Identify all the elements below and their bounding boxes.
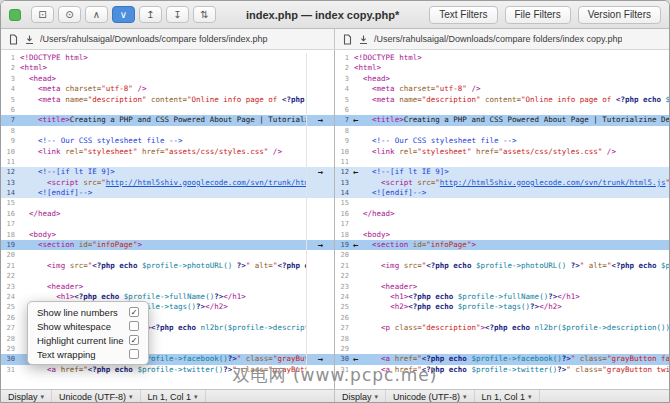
code-line-25[interactable]: 25 <h2><?php echo $profile->tags()?></h2… [335,302,669,312]
line-number: 15 [1,198,18,208]
code-line-20[interactable]: 20 [1,250,334,260]
first-change-button[interactable]: ↥ [139,6,162,23]
code-line-26[interactable]: 26 [335,313,669,323]
code-line-5[interactable]: 5 <meta name="description" content="Onli… [1,95,334,105]
line-number: 26 [1,313,18,323]
menu-item-label: Show whitespace [37,321,111,332]
copy-to-left-arrow[interactable]: ← [353,167,358,177]
code-line-4[interactable]: 4 <meta charset="utf-8" /> [335,84,669,94]
line-number: 10 [335,147,352,157]
code-line-9[interactable]: 9 <!-- Our CSS stylesheet file --> [1,136,334,146]
document-icon[interactable] [8,34,19,45]
code-line-19[interactable]: 19← <section id="infoPage"> [335,240,669,250]
code-line-23[interactable]: 23 <header> [1,282,334,292]
cursor-position-button[interactable]: Ln 1, Col 1▾ [141,390,206,403]
code-line-29[interactable]: 29 [335,344,669,354]
copy-to-right-arrow[interactable]: → [306,115,334,125]
right-code-pane[interactable]: 1<!DOCTYPE html>2<html>3 <head>4 <meta c… [335,50,669,389]
code-line-2[interactable]: 2<html> [335,63,669,73]
code-line-19[interactable]: 19 <section id="infoPage">→ [1,240,334,250]
file-filters-button[interactable]: File Filters [505,6,571,24]
chevron-down-icon: ▾ [375,393,379,401]
code-line-17[interactable]: 17 [335,219,669,229]
last-change-button[interactable]: ↧ [166,6,189,23]
menu-item-show-line-numbers[interactable]: Show line numbers✓ [28,305,148,319]
checkbox-unchecked[interactable] [129,349,139,359]
code-line-2[interactable]: 2<html> [1,63,334,73]
code-line-20[interactable]: 20 [335,250,669,260]
line-number: 5 [1,95,18,105]
code-line-1[interactable]: 1<!DOCTYPE html> [1,53,334,63]
copy-to-right-arrow[interactable]: → [306,240,334,250]
code-line-7[interactable]: 7← <title>Creating a PHP and CSS Powered… [335,115,669,125]
code-line-13[interactable]: 13 <script src="http://html5shiv.googlec… [1,178,334,188]
code-line-23[interactable]: 23 <header> [335,282,669,292]
version-filters-button[interactable]: Version Filters [578,6,661,24]
code-line-8[interactable]: 8 [1,126,334,136]
code-line-8[interactable]: 8 [335,126,669,136]
display-menu-button[interactable]: Display▾ [335,390,386,403]
code-line-22[interactable]: 22 [1,271,334,281]
history-button[interactable]: ⊙ [58,6,81,23]
code-line-14[interactable]: 14 <![endif]--> [1,188,334,198]
copy-to-left-arrow[interactable]: ← [353,240,358,250]
code-line-3[interactable]: 3 <head> [335,74,669,84]
code-line-22[interactable]: 22 [335,271,669,281]
code-line-17[interactable]: 17 [1,219,334,229]
menu-item-show-whitespace[interactable]: Show whitespace [28,319,148,333]
code-line-6[interactable]: 6 [1,105,334,115]
menu-item-text-wrapping[interactable]: Text wrapping [28,347,148,361]
code-text: <![endif]--> [352,188,669,198]
code-line-10[interactable]: 10 <link rel="stylesheet" href="assets/c… [1,147,334,157]
code-line-9[interactable]: 9 <!-- Our CSS stylesheet file --> [335,136,669,146]
code-line-21[interactable]: 21 <img src="<?php echo $profile->photoU… [335,261,669,271]
prev-change-button[interactable]: ∧ [85,6,108,23]
encoding-button[interactable]: Unicode (UTF-8)▾ [52,390,141,403]
text-filters-button[interactable]: Text Filters [429,6,497,24]
download-icon[interactable] [358,34,369,45]
code-line-7[interactable]: 7 <title>Creating a PHP and CSS Powered … [1,115,334,125]
code-line-10[interactable]: 10 <link rel="stylesheet" href="assets/c… [335,147,669,157]
copy-to-left-arrow[interactable]: ← [353,115,358,125]
green-window-button[interactable] [9,9,21,21]
code-line-4[interactable]: 4 <meta charset="utf-8" /> [1,84,334,94]
encoding-button[interactable]: Unicode (UTF-8)▾ [386,390,475,403]
code-line-13[interactable]: 13 <script src="http://html5shiv.googlec… [335,178,669,188]
cursor-position-button[interactable]: Ln 1, Col 1▾ [475,390,540,403]
code-line-28[interactable]: 28 [335,334,669,344]
code-line-6[interactable]: 6 [335,105,669,115]
menu-item-highlight-current-line[interactable]: Highlight current line✓ [28,333,148,347]
download-icon[interactable] [24,34,35,45]
code-line-18[interactable]: 18 <body> [335,230,669,240]
next-change-button[interactable]: ∨ [112,6,135,23]
swap-panes-button[interactable]: ⇅ [193,6,216,23]
code-line-3[interactable]: 3 <head> [1,74,334,84]
code-line-16[interactable]: 16 </head> [1,209,334,219]
code-line-15[interactable]: 15 [1,198,334,208]
display-options-menu: Show line numbers✓Show whitespaceHighlig… [27,301,149,365]
code-line-15[interactable]: 15 [335,198,669,208]
checkbox-checked[interactable]: ✓ [129,335,139,345]
display-menu-button[interactable]: Display▾ [1,390,52,403]
checkbox-checked[interactable]: ✓ [129,307,139,317]
code-line-11[interactable]: 11 [1,157,334,167]
code-line-1[interactable]: 1<!DOCTYPE html> [335,53,669,63]
document-icon[interactable] [342,34,353,45]
copy-to-right-arrow[interactable]: → [306,167,334,177]
code-line-24[interactable]: 24 <h1><?php echo $profile->fullName()?>… [335,292,669,302]
change-strip [306,126,334,136]
code-line-21[interactable]: 21 <img src="<?php echo $profile->photoU… [1,261,334,271]
code-line-18[interactable]: 18 <body> [1,230,334,240]
checkbox-unchecked[interactable] [129,321,139,331]
code-line-12[interactable]: 12 <!--[if lt IE 9]>→ [1,167,334,177]
code-line-27[interactable]: 27 <p class="description"><?php echo nl2… [335,323,669,333]
code-line-12[interactable]: 12← <!--[if lt IE 9]> [335,167,669,177]
code-line-14[interactable]: 14 <![endif]--> [335,188,669,198]
code-text: <script src="http://html5shiv.googlecode… [352,178,669,188]
code-line-5[interactable]: 5 <meta name="description" content="Onli… [335,95,669,105]
swap-panes-icon: ⇅ [200,9,208,20]
view-mode-button[interactable]: ⊡ [31,6,54,23]
line-number: 4 [1,84,18,94]
code-line-16[interactable]: 16 </head> [335,209,669,219]
code-line-11[interactable]: 11 [335,157,669,167]
